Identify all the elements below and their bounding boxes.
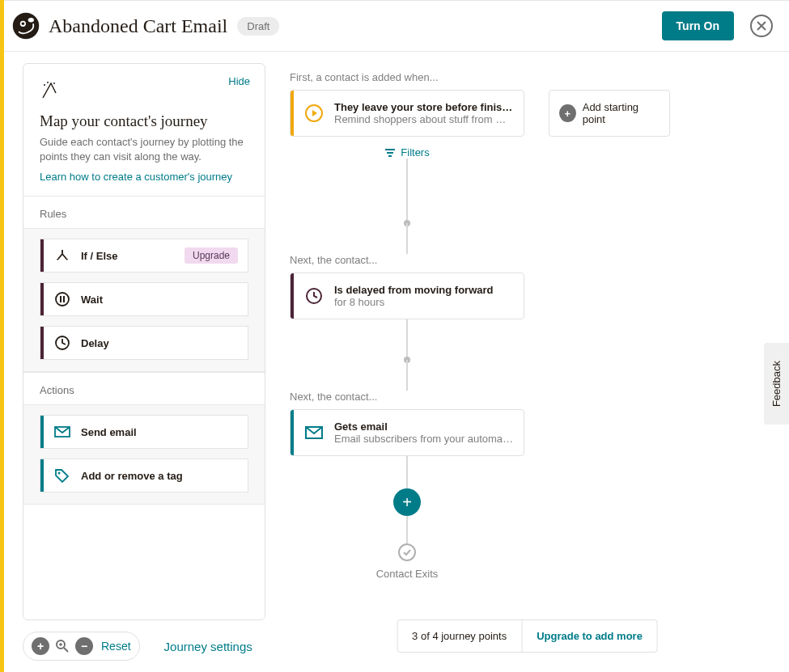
status-badge: Draft <box>237 17 279 36</box>
sidebar-panel: Hide Map your contact's journey Guide ea… <box>23 63 265 620</box>
rule-label: Wait <box>81 294 248 306</box>
rule-if-else[interactable]: If / Else Upgrade <box>40 239 248 273</box>
rule-wait[interactable]: Wait <box>40 282 248 316</box>
clock-icon <box>294 287 334 305</box>
rule-label: If / Else <box>81 250 185 262</box>
mail-icon <box>44 424 81 440</box>
journey-settings-link[interactable]: Journey settings <box>164 640 252 653</box>
add-starting-point-button[interactable]: + Add starting point <box>549 90 670 137</box>
step-label: Next, the contact... <box>290 391 765 403</box>
check-icon <box>398 543 416 561</box>
branch-icon <box>44 247 81 264</box>
card-title: Gets email <box>334 421 514 433</box>
filters-link[interactable]: Filters <box>290 146 524 158</box>
card-title: Is delayed from moving forward <box>334 284 514 296</box>
rule-delay[interactable]: Delay <box>40 326 248 360</box>
action-label: Add or remove a tag <box>81 470 248 482</box>
svg-point-0 <box>13 13 39 39</box>
sidebar: Hide Map your contact's journey Guide ea… <box>0 52 265 672</box>
rule-label: Delay <box>81 337 248 349</box>
step-label: Next, the contact... <box>290 254 765 266</box>
svg-point-7 <box>56 293 69 306</box>
exit-label: Contact Exits <box>290 568 524 580</box>
reset-link[interactable]: Reset <box>101 640 131 653</box>
learn-link[interactable]: Learn how to create a customer's journey <box>40 171 232 183</box>
journey-points-count: 3 of 4 journey points <box>397 620 521 652</box>
card-title: They leave your store before finishing c… <box>334 101 514 113</box>
plus-icon: + <box>559 104 576 122</box>
svg-point-3 <box>28 18 34 22</box>
upgrade-badge: Upgrade <box>185 247 238 264</box>
hide-link[interactable]: Hide <box>228 75 250 87</box>
page-title: Abandoned Cart Email <box>49 15 227 37</box>
svg-point-4 <box>44 84 45 86</box>
card-subtitle: Remind shoppers about stuff from GetM... <box>334 113 514 125</box>
svg-rect-8 <box>60 296 62 302</box>
actions-heading: Actions <box>23 373 265 405</box>
clock-icon <box>44 335 81 351</box>
close-button[interactable] <box>750 15 773 37</box>
zoom-out-button[interactable]: − <box>75 637 93 655</box>
svg-rect-9 <box>63 296 65 302</box>
mail-icon <box>294 425 334 441</box>
journey-icon <box>40 78 62 101</box>
pause-icon <box>44 291 81 307</box>
email-card[interactable]: Gets email Email subscribers from your a… <box>290 409 524 456</box>
play-icon <box>294 104 334 123</box>
svg-point-12 <box>58 472 61 475</box>
status-bar: 3 of 4 journey points Upgrade to add mor… <box>397 619 658 653</box>
starting-point-card[interactable]: They leave your store before finishing c… <box>290 90 524 137</box>
svg-point-2 <box>22 23 25 26</box>
upgrade-link[interactable]: Upgrade to add more <box>521 620 657 652</box>
filter-icon <box>384 148 396 158</box>
step-label: First, a contact is added when... <box>290 71 765 83</box>
action-tag[interactable]: Add or remove a tag <box>40 459 248 492</box>
header-bar: Abandoned Cart Email Draft Turn On <box>0 0 789 52</box>
action-send-email[interactable]: Send email <box>40 415 248 449</box>
svg-point-5 <box>47 82 49 83</box>
delay-card[interactable]: Is delayed from moving forward for 8 hou… <box>290 273 524 319</box>
feedback-tab[interactable]: Feedback <box>764 343 789 425</box>
turn-on-button[interactable]: Turn On <box>662 11 734 40</box>
add-step-button[interactable]: + <box>393 488 421 516</box>
tag-icon <box>44 467 81 484</box>
zoom-controls: + − Reset Journey settings <box>23 620 265 661</box>
rules-heading: Rules <box>23 197 265 229</box>
zoom-fit-button[interactable] <box>54 638 70 654</box>
card-subtitle: for 8 hours <box>334 296 514 308</box>
action-label: Send email <box>81 426 248 438</box>
card-subtitle: Email subscribers from your automation .… <box>334 433 514 445</box>
panel-heading: Map your contact's journey <box>40 112 248 130</box>
svg-point-6 <box>53 82 55 84</box>
mailchimp-logo <box>11 11 40 40</box>
add-start-label: Add starting point <box>583 101 660 125</box>
panel-desc: Guide each contact's journey by plotting… <box>40 135 248 164</box>
journey-canvas[interactable]: First, a contact is added when... They l… <box>265 52 789 672</box>
accent-bar <box>0 0 4 672</box>
zoom-in-button[interactable]: + <box>32 637 49 655</box>
